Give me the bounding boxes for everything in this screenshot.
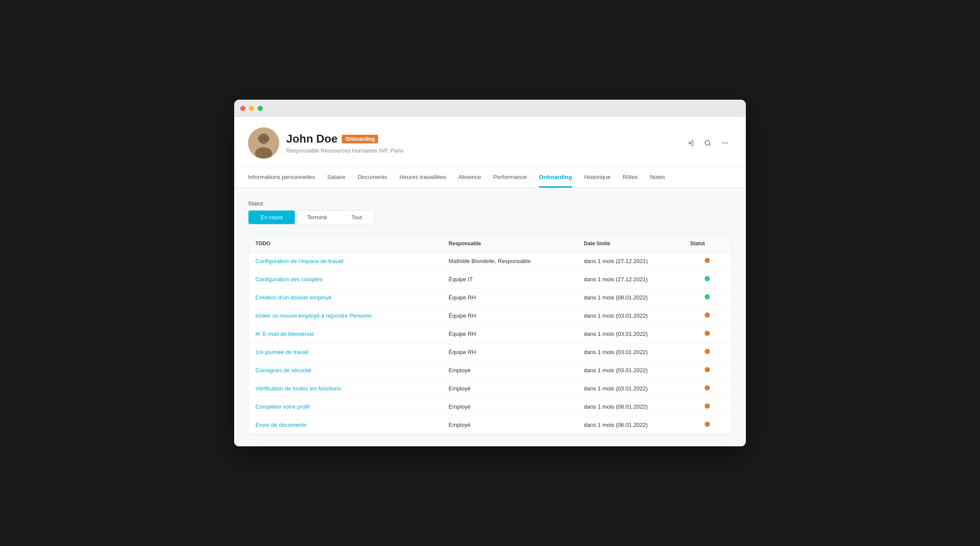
responsable-cell: Employé <box>442 361 577 380</box>
onboarding-content: Statut: En cours Terminé Tout TODO Respo… <box>234 188 746 446</box>
app-window: John Doe Onboarding Responsable Ressourc… <box>234 100 746 446</box>
table-row: Consignes de sécuritéEmployédans 1 mois … <box>248 361 732 380</box>
responsable-cell: Employé <box>442 398 577 416</box>
svg-line-8 <box>709 144 710 146</box>
search-icon-button[interactable] <box>701 136 715 150</box>
responsable-cell: Mathilde Blondelle, Responsable <box>442 252 577 270</box>
task-link-email[interactable]: E-mail de bienvenue <box>255 331 314 337</box>
employee-info: John Doe Onboarding Responsable Ressourc… <box>248 127 403 159</box>
statut-cell <box>683 361 732 380</box>
tab-absence[interactable]: Absence <box>458 168 481 188</box>
task-link[interactable]: 1re journée de travail <box>255 349 308 355</box>
task-link[interactable]: Création d'un dossier employé <box>255 294 331 301</box>
statut-label: Statut: <box>248 200 732 207</box>
task-link[interactable]: Inviter un nouvel employé à rejoindre Pe… <box>255 312 372 319</box>
task-link[interactable]: Compléter votre profil <box>255 403 309 410</box>
task-link[interactable]: Configuration de l'espace de travail <box>255 258 343 264</box>
login-icon-button[interactable] <box>683 136 697 150</box>
responsable-cell: Équipe RH <box>442 289 577 307</box>
status-dot <box>705 403 710 409</box>
statut-cell <box>683 380 732 398</box>
main-content-area: John Doe Onboarding Responsable Ressourc… <box>234 117 746 446</box>
avatar <box>248 127 279 159</box>
responsable-cell: Équipe RH <box>442 325 577 343</box>
tab-onboarding[interactable]: Onboarding <box>539 168 572 188</box>
responsable-cell: Équipe RH <box>442 343 577 361</box>
date-limite-cell: dans 1 mois (06.01.2022) <box>577 416 683 434</box>
status-dot <box>705 367 710 372</box>
todo-table-container: TODO Responsable Date limite Statut Conf… <box>248 235 732 434</box>
employee-subtitle: Responsable Ressources Humaines H/F, Par… <box>286 147 403 154</box>
col-header-todo: TODO <box>248 235 442 252</box>
statut-cell <box>683 289 732 307</box>
status-dot <box>705 422 710 427</box>
employee-header: John Doe Onboarding Responsable Ressourc… <box>234 117 746 168</box>
status-dot <box>705 276 710 281</box>
table-row: Vérification de toutes les fonctionsEmpl… <box>248 380 732 398</box>
status-dot <box>705 331 710 336</box>
table-row: Configuration de l'espace de travailMath… <box>248 252 732 270</box>
col-header-responsable: Responsable <box>442 235 577 252</box>
status-dot <box>705 258 710 263</box>
todo-table: TODO Responsable Date limite Statut Conf… <box>248 235 732 434</box>
header-actions <box>683 136 732 150</box>
table-row: Compléter votre profilEmployédans 1 mois… <box>248 398 732 416</box>
statut-cell <box>683 325 732 343</box>
minimize-button[interactable] <box>249 106 254 111</box>
onboarding-badge: Onboarding <box>342 135 378 143</box>
tab-informations[interactable]: Informations personnelles <box>248 168 315 188</box>
search-icon <box>704 140 711 146</box>
task-link[interactable]: Envoi de documents <box>255 422 307 428</box>
tab-performance[interactable]: Performance <box>493 168 527 188</box>
date-limite-cell: dans 1 mois (08.01.2022) <box>577 289 683 307</box>
statut-cell <box>683 343 732 361</box>
tab-roles[interactable]: Rôles <box>623 168 638 188</box>
responsable-cell: Employé <box>442 416 577 434</box>
task-link[interactable]: Consignes de sécurité <box>255 367 311 374</box>
col-header-statut: Statut <box>683 235 732 252</box>
filter-en-cours[interactable]: En cours <box>248 211 295 224</box>
svg-point-10 <box>725 143 726 144</box>
date-limite-cell: dans 1 mois (03.01.2022) <box>577 380 683 398</box>
responsable-cell: Équipe IT <box>442 270 577 289</box>
date-limite-cell: dans 1 mois (27.12.2021) <box>577 270 683 289</box>
filter-tout[interactable]: Tout <box>340 211 375 224</box>
table-row: Inviter un nouvel employé à rejoindre Pe… <box>248 307 732 325</box>
svg-point-11 <box>726 143 728 144</box>
responsable-cell: Employé <box>442 380 577 398</box>
close-button[interactable] <box>240 106 245 111</box>
task-link[interactable]: Vérification de toutes les fonctions <box>255 385 341 392</box>
statut-cell <box>683 270 732 289</box>
table-row: E-mail de bienvenueÉquipe RHdans 1 mois … <box>248 325 732 343</box>
table-row: Envoi de documentsEmployédans 1 mois (06… <box>248 416 732 434</box>
login-icon <box>687 140 694 146</box>
maximize-button[interactable] <box>258 106 263 111</box>
date-limite-cell: dans 1 mois (08.01.2022) <box>577 398 683 416</box>
task-link[interactable]: Configuration des comptes <box>255 276 323 283</box>
tab-notes[interactable]: Notes <box>650 168 665 188</box>
col-header-date: Date limite <box>577 235 683 252</box>
statut-cell <box>683 307 732 325</box>
table-row: Création d'un dossier employéÉquipe RHda… <box>248 289 732 307</box>
status-filter: En cours Terminé Tout <box>248 210 375 224</box>
tab-documents[interactable]: Documents <box>358 168 387 188</box>
date-limite-cell: dans 1 mois (03.01.2022) <box>577 361 683 380</box>
tab-salaire[interactable]: Salaire <box>327 168 346 188</box>
date-limite-cell: dans 1 mois (03.01.2022) <box>577 343 683 361</box>
tab-historique[interactable]: Historique <box>584 168 611 188</box>
statut-cell <box>683 252 732 270</box>
date-limite-cell: dans 1 mois (27.12.2021) <box>577 252 683 270</box>
filter-termine[interactable]: Terminé <box>295 211 339 224</box>
svg-point-9 <box>722 143 724 144</box>
nav-tabs: Informations personnelles Salaire Docume… <box>234 168 746 188</box>
statut-cell <box>683 416 732 434</box>
responsable-cell: Équipe RH <box>442 307 577 325</box>
titlebar <box>234 100 746 117</box>
table-header-row: TODO Responsable Date limite Statut <box>248 235 732 252</box>
status-dot <box>705 294 710 299</box>
table-row: 1re journée de travailÉquipe RHdans 1 mo… <box>248 343 732 361</box>
date-limite-cell: dans 1 mois (03.01.2022) <box>577 325 683 343</box>
status-dot <box>705 349 710 354</box>
tab-heures[interactable]: Heures travaillées <box>399 168 446 188</box>
more-icon-button[interactable] <box>718 136 732 150</box>
